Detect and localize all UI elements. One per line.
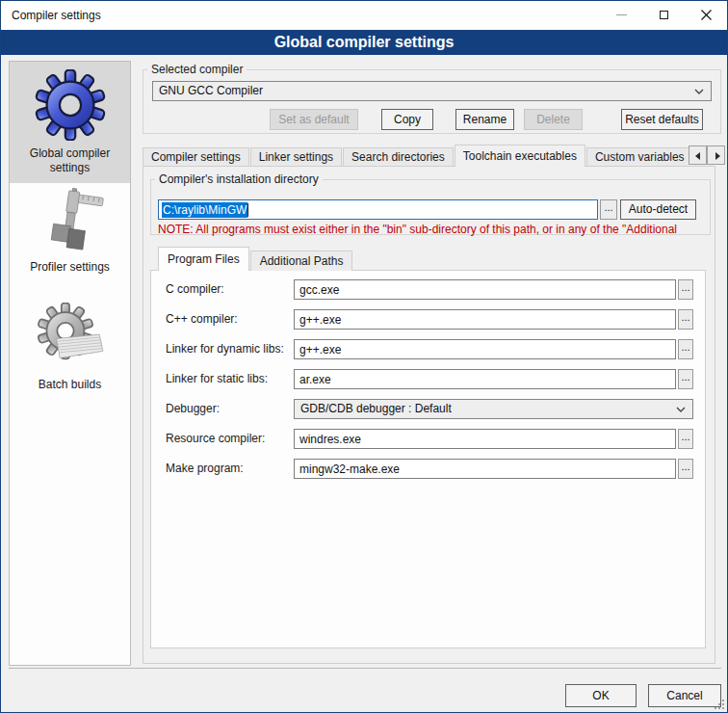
c-compiler-input[interactable] — [294, 279, 676, 300]
linker-static-label: Linker for static libs: — [166, 369, 300, 389]
linker-dynamic-browse-button[interactable]: ... — [678, 339, 693, 359]
arrow-right-icon — [715, 152, 720, 160]
auto-detect-button[interactable]: Auto-detect — [620, 199, 696, 220]
chevron-down-icon — [694, 89, 704, 94]
page-title: Global compiler settings — [1, 30, 727, 55]
title-bar: Compiler settings — [1, 1, 727, 30]
resource-compiler-browse-button[interactable]: ... — [678, 429, 693, 449]
linker-static-input[interactable] — [294, 369, 676, 389]
set-as-default-button[interactable]: Set as default — [270, 109, 358, 130]
delete-button[interactable]: Delete — [524, 109, 583, 130]
tab-toolchain-executables[interactable]: Toolchain executables — [455, 145, 585, 167]
caliper-icon — [10, 183, 130, 258]
gear-paper-stack-icon — [10, 291, 130, 376]
sidebar-item-batch-builds[interactable]: Batch builds — [10, 291, 130, 409]
text-cursor — [247, 203, 248, 217]
debugger-select-value: GDB/CDB debugger : Default — [300, 402, 452, 415]
sidebar-item-global-compiler-settings[interactable]: Global compiler settings — [10, 62, 130, 183]
sidebar-item-label: Profiler settings — [10, 258, 130, 280]
tab-program-files[interactable]: Program Files — [158, 247, 249, 271]
linker-dynamic-label: Linker for dynamic libs: — [166, 339, 300, 359]
minimize-button[interactable] — [600, 1, 642, 29]
tab-scroll-right-button[interactable] — [707, 145, 725, 165]
program-tabs: Program Files Additional Paths — [158, 247, 353, 271]
installation-directory-label: Compiler's installation directory — [155, 172, 323, 186]
compiler-tabs: Compiler settings Linker settings Search… — [143, 145, 689, 167]
footer-divider — [9, 668, 721, 669]
rename-button[interactable]: Rename — [455, 109, 514, 130]
c-compiler-browse-button[interactable]: ... — [678, 279, 693, 300]
cpp-compiler-browse-button[interactable]: ... — [678, 309, 693, 330]
linker-static-browse-button[interactable]: ... — [678, 369, 693, 389]
cpp-compiler-label: C++ compiler: — [166, 309, 300, 330]
cpp-compiler-input[interactable] — [294, 309, 676, 330]
resize-grip[interactable] — [715, 700, 724, 709]
arrow-left-icon — [695, 152, 700, 160]
maximize-button[interactable] — [642, 1, 685, 29]
tab-compiler-settings[interactable]: Compiler settings — [143, 147, 249, 167]
compiler-select-value: GNU GCC Compiler — [159, 84, 263, 97]
compiler-settings-window: Compiler settings Global compiler settin… — [0, 0, 728, 713]
blue-gear-icon — [10, 62, 130, 145]
sidebar-item-label: Global compiler settings — [10, 145, 130, 181]
reset-defaults-button[interactable]: Reset defaults — [621, 109, 703, 130]
tab-linker-settings[interactable]: Linker settings — [250, 147, 342, 167]
compiler-select[interactable]: GNU GCC Compiler — [152, 81, 712, 101]
settings-sidebar: Global compiler settings — [9, 61, 131, 666]
close-icon — [701, 10, 712, 20]
selected-compiler-label: Selected compiler — [147, 63, 247, 76]
window-title: Compiler settings — [12, 1, 101, 30]
bin-subdirectory-note: NOTE: All programs must exist either in … — [158, 223, 710, 237]
tab-custom-variables[interactable]: Custom variables — [586, 147, 689, 167]
chevron-down-icon — [676, 407, 686, 412]
make-program-browse-button[interactable]: ... — [678, 459, 693, 479]
sidebar-item-label: Batch builds — [10, 376, 130, 398]
ok-button[interactable]: OK — [565, 684, 637, 707]
installation-browse-button[interactable]: ... — [600, 199, 617, 220]
program-files-panel: C compiler: ... C++ compiler: ... Linker… — [150, 270, 706, 648]
tab-scroll-left-button[interactable] — [689, 145, 707, 165]
maximize-icon — [660, 11, 668, 19]
installation-path-value: C:\raylib\MinGW — [162, 202, 247, 218]
debugger-select[interactable]: GDB/CDB debugger : Default — [294, 399, 693, 419]
resource-compiler-input[interactable] — [294, 429, 676, 449]
tab-search-directories[interactable]: Search directories — [343, 147, 454, 167]
tab-additional-paths[interactable]: Additional Paths — [250, 251, 353, 271]
resource-compiler-label: Resource compiler: — [166, 429, 300, 449]
debugger-label: Debugger: — [166, 399, 300, 419]
copy-button[interactable]: Copy — [381, 109, 433, 130]
make-program-label: Make program: — [166, 459, 300, 479]
make-program-input[interactable] — [294, 459, 676, 479]
linker-dynamic-input[interactable] — [294, 339, 676, 359]
installation-path-input[interactable]: C:\raylib\MinGW — [158, 199, 598, 220]
sidebar-item-profiler-settings[interactable]: Profiler settings — [10, 183, 130, 291]
close-button[interactable] — [685, 1, 727, 29]
minimize-icon — [616, 14, 627, 15]
cancel-button[interactable]: Cancel — [648, 684, 721, 707]
c-compiler-label: C compiler: — [166, 279, 300, 300]
